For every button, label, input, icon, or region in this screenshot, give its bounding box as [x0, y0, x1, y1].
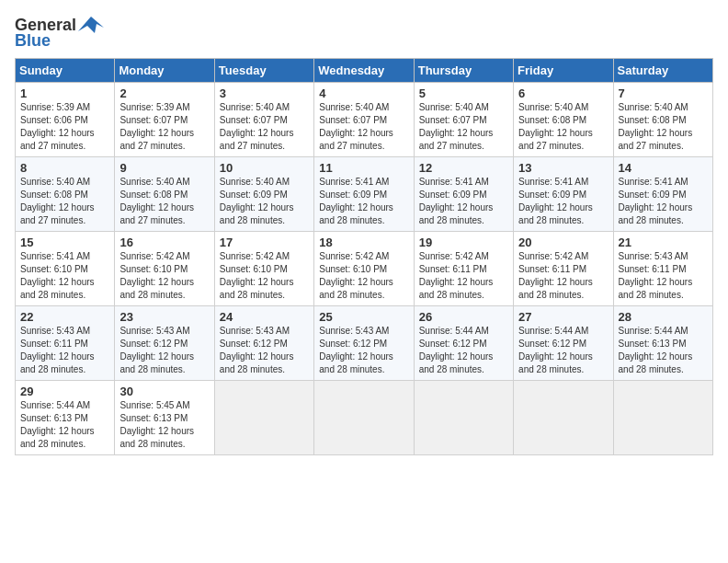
day-number: 27	[518, 310, 608, 324]
day-number: 8	[20, 161, 109, 175]
day-number: 10	[220, 161, 309, 175]
calendar-cell: 22Sunrise: 5:43 AMSunset: 6:11 PMDayligh…	[16, 306, 115, 381]
weekday-header-tuesday: Tuesday	[214, 59, 313, 83]
calendar-cell: 29Sunrise: 5:44 AMSunset: 6:13 PMDayligh…	[16, 381, 115, 455]
day-info: Sunrise: 5:41 AMSunset: 6:10 PMDaylight:…	[20, 250, 109, 302]
day-info: Sunrise: 5:40 AMSunset: 6:08 PMDaylight:…	[119, 176, 209, 227]
day-info: Sunrise: 5:40 AMSunset: 6:07 PMDaylight:…	[220, 101, 309, 153]
logo: General Blue	[15, 15, 104, 51]
day-info: Sunrise: 5:41 AMSunset: 6:09 PMDaylight:…	[518, 176, 608, 227]
day-number: 4	[319, 86, 408, 100]
calendar-cell: 20Sunrise: 5:42 AMSunset: 6:11 PMDayligh…	[514, 232, 613, 306]
calendar-cell: 13Sunrise: 5:41 AMSunset: 6:09 PMDayligh…	[514, 157, 613, 232]
calendar-cell: 28Sunrise: 5:44 AMSunset: 6:13 PMDayligh…	[613, 306, 712, 381]
day-info: Sunrise: 5:43 AMSunset: 6:12 PMDaylight:…	[319, 325, 408, 376]
svg-marker-0	[78, 17, 104, 33]
day-number: 18	[319, 236, 408, 249]
day-number: 2	[119, 86, 209, 100]
calendar-cell: 16Sunrise: 5:42 AMSunset: 6:10 PMDayligh…	[115, 232, 214, 306]
day-number: 29	[20, 385, 109, 398]
calendar-cell: 9Sunrise: 5:40 AMSunset: 6:08 PMDaylight…	[115, 157, 214, 232]
day-info: Sunrise: 5:40 AMSunset: 6:08 PMDaylight:…	[518, 101, 608, 153]
calendar-cell: 24Sunrise: 5:43 AMSunset: 6:12 PMDayligh…	[214, 306, 313, 381]
calendar-cell: 10Sunrise: 5:40 AMSunset: 6:09 PMDayligh…	[214, 157, 313, 232]
day-info: Sunrise: 5:44 AMSunset: 6:13 PMDaylight:…	[619, 325, 708, 376]
weekday-header-thursday: Thursday	[414, 59, 513, 83]
calendar-cell: 26Sunrise: 5:44 AMSunset: 6:12 PMDayligh…	[414, 306, 513, 381]
day-number: 25	[319, 310, 408, 324]
day-number: 5	[419, 86, 508, 100]
day-info: Sunrise: 5:40 AMSunset: 6:07 PMDaylight:…	[419, 101, 508, 153]
day-info: Sunrise: 5:40 AMSunset: 6:08 PMDaylight:…	[20, 176, 109, 227]
logo-blue-text: Blue	[15, 31, 51, 51]
day-info: Sunrise: 5:42 AMSunset: 6:10 PMDaylight:…	[220, 250, 309, 302]
calendar-cell: 7Sunrise: 5:40 AMSunset: 6:08 PMDaylight…	[613, 83, 712, 157]
day-number: 20	[518, 236, 608, 249]
day-number: 6	[518, 86, 608, 100]
weekday-header-saturday: Saturday	[613, 59, 712, 83]
calendar-cell: 2Sunrise: 5:39 AMSunset: 6:07 PMDaylight…	[115, 83, 214, 157]
day-number: 1	[20, 86, 109, 100]
calendar-cell: 11Sunrise: 5:41 AMSunset: 6:09 PMDayligh…	[314, 157, 414, 232]
day-number: 16	[119, 236, 209, 249]
calendar-cell	[414, 381, 513, 455]
day-info: Sunrise: 5:42 AMSunset: 6:10 PMDaylight:…	[119, 250, 209, 302]
calendar-table: SundayMondayTuesdayWednesdayThursdayFrid…	[15, 58, 713, 455]
day-number: 17	[220, 236, 309, 249]
calendar-cell: 25Sunrise: 5:43 AMSunset: 6:12 PMDayligh…	[314, 306, 414, 381]
logo-bird-icon	[78, 15, 104, 35]
day-number: 9	[119, 161, 209, 175]
calendar-cell: 23Sunrise: 5:43 AMSunset: 6:12 PMDayligh…	[115, 306, 214, 381]
calendar-cell: 8Sunrise: 5:40 AMSunset: 6:08 PMDaylight…	[16, 157, 115, 232]
day-info: Sunrise: 5:45 AMSunset: 6:13 PMDaylight:…	[119, 399, 209, 451]
calendar-cell: 19Sunrise: 5:42 AMSunset: 6:11 PMDayligh…	[414, 232, 513, 306]
day-number: 22	[20, 310, 109, 324]
day-number: 30	[119, 385, 209, 398]
weekday-header-monday: Monday	[115, 59, 214, 83]
day-info: Sunrise: 5:43 AMSunset: 6:11 PMDaylight:…	[619, 250, 708, 302]
calendar-cell	[214, 381, 313, 455]
day-number: 14	[619, 161, 708, 175]
calendar-cell: 1Sunrise: 5:39 AMSunset: 6:06 PMDaylight…	[16, 83, 115, 157]
weekday-header-friday: Friday	[514, 59, 613, 83]
calendar-cell: 3Sunrise: 5:40 AMSunset: 6:07 PMDaylight…	[214, 83, 313, 157]
day-number: 23	[119, 310, 209, 324]
day-number: 3	[220, 86, 309, 100]
day-number: 21	[619, 236, 708, 249]
calendar-cell: 15Sunrise: 5:41 AMSunset: 6:10 PMDayligh…	[16, 232, 115, 306]
calendar-cell: 14Sunrise: 5:41 AMSunset: 6:09 PMDayligh…	[613, 157, 712, 232]
calendar-cell	[613, 381, 712, 455]
day-number: 13	[518, 161, 608, 175]
day-number: 28	[619, 310, 708, 324]
day-info: Sunrise: 5:42 AMSunset: 6:10 PMDaylight:…	[319, 250, 408, 302]
day-info: Sunrise: 5:39 AMSunset: 6:06 PMDaylight:…	[20, 101, 109, 153]
day-info: Sunrise: 5:44 AMSunset: 6:12 PMDaylight:…	[419, 325, 508, 376]
weekday-header-wednesday: Wednesday	[314, 59, 414, 83]
day-number: 7	[619, 86, 708, 100]
day-number: 19	[419, 236, 508, 249]
day-number: 24	[220, 310, 309, 324]
day-number: 26	[419, 310, 508, 324]
calendar-cell: 27Sunrise: 5:44 AMSunset: 6:12 PMDayligh…	[514, 306, 613, 381]
calendar-cell	[314, 381, 414, 455]
day-info: Sunrise: 5:40 AMSunset: 6:08 PMDaylight:…	[619, 101, 708, 153]
calendar-cell: 5Sunrise: 5:40 AMSunset: 6:07 PMDaylight…	[414, 83, 513, 157]
calendar-cell: 17Sunrise: 5:42 AMSunset: 6:10 PMDayligh…	[214, 232, 313, 306]
day-info: Sunrise: 5:39 AMSunset: 6:07 PMDaylight:…	[119, 101, 209, 153]
day-info: Sunrise: 5:43 AMSunset: 6:11 PMDaylight:…	[20, 325, 109, 376]
day-info: Sunrise: 5:41 AMSunset: 6:09 PMDaylight:…	[319, 176, 408, 227]
day-number: 12	[419, 161, 508, 175]
calendar-cell: 21Sunrise: 5:43 AMSunset: 6:11 PMDayligh…	[613, 232, 712, 306]
day-info: Sunrise: 5:42 AMSunset: 6:11 PMDaylight:…	[518, 250, 608, 302]
calendar-cell: 18Sunrise: 5:42 AMSunset: 6:10 PMDayligh…	[314, 232, 414, 306]
day-info: Sunrise: 5:43 AMSunset: 6:12 PMDaylight:…	[220, 325, 309, 376]
day-info: Sunrise: 5:43 AMSunset: 6:12 PMDaylight:…	[119, 325, 209, 376]
calendar-cell: 30Sunrise: 5:45 AMSunset: 6:13 PMDayligh…	[115, 381, 214, 455]
day-number: 15	[20, 236, 109, 249]
calendar-cell: 4Sunrise: 5:40 AMSunset: 6:07 PMDaylight…	[314, 83, 414, 157]
day-info: Sunrise: 5:44 AMSunset: 6:12 PMDaylight:…	[518, 325, 608, 376]
day-info: Sunrise: 5:41 AMSunset: 6:09 PMDaylight:…	[419, 176, 508, 227]
day-info: Sunrise: 5:44 AMSunset: 6:13 PMDaylight:…	[20, 399, 109, 451]
day-number: 11	[319, 161, 408, 175]
calendar-cell	[514, 381, 613, 455]
